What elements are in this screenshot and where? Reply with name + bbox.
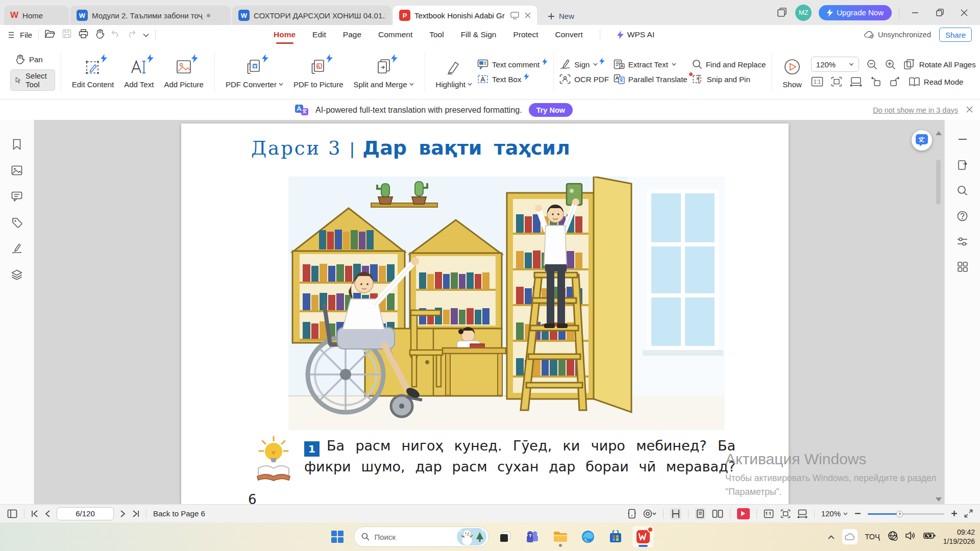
- pdf-converter-button[interactable]: PDF Converter: [220, 55, 288, 89]
- store-button[interactable]: [604, 525, 627, 548]
- menu-comment[interactable]: Comment: [378, 25, 412, 44]
- help-icon[interactable]: [957, 210, 969, 222]
- hand-off-icon[interactable]: [627, 509, 636, 519]
- tray-chevron-icon[interactable]: [828, 532, 835, 541]
- page-indicator-input[interactable]: 6/120: [57, 507, 114, 520]
- more-quick-actions-icon[interactable]: [143, 30, 149, 39]
- split-merge-button[interactable]: Split and Merge: [348, 55, 419, 89]
- tab-close-icon[interactable]: [525, 11, 531, 20]
- language-indicator[interactable]: ТОҶ: [865, 533, 880, 541]
- undo-icon[interactable]: [111, 30, 120, 40]
- apps-grid-icon[interactable]: [957, 261, 969, 273]
- signature-panel-icon[interactable]: [11, 242, 23, 255]
- pan-button[interactable]: Pan: [10, 53, 55, 66]
- new-tab-button[interactable]: New: [548, 12, 574, 20]
- battery-icon[interactable]: [923, 532, 936, 541]
- sign-button[interactable]: Sign: [559, 59, 609, 69]
- ocr-pdf-button[interactable]: OCR PDF: [559, 74, 609, 84]
- multi-window-icon[interactable]: [776, 7, 788, 19]
- extract-text-button[interactable]: Extract Text: [614, 59, 688, 69]
- onedrive-icon[interactable]: [842, 529, 857, 544]
- status-zoom-select[interactable]: 120%: [821, 509, 848, 518]
- file-explorer-button[interactable]: [549, 525, 572, 548]
- edit-content-button[interactable]: Edit Content: [67, 55, 119, 89]
- menu-edit[interactable]: Edit: [312, 25, 326, 44]
- open-icon[interactable]: [45, 30, 55, 40]
- find-replace-button[interactable]: Find and Replace: [692, 59, 766, 69]
- rotate-right-icon[interactable]: [889, 77, 901, 87]
- zoom-out-icon[interactable]: [867, 59, 877, 70]
- search-highlight-image[interactable]: [457, 528, 486, 545]
- zoom-slider-thumb[interactable]: [896, 511, 903, 517]
- select-tool-button[interactable]: Select Tool: [10, 69, 55, 91]
- layers-icon[interactable]: [11, 268, 23, 281]
- actual-size-status-icon[interactable]: [764, 509, 774, 518]
- pdf-to-picture-button[interactable]: PDF to Picture: [288, 55, 349, 89]
- parallel-translate-button[interactable]: Parallel Translate: [614, 74, 688, 84]
- tab-doc-sohtori[interactable]: W СОХТОРИ ДАРСҲОИ ХОНИШ 04.01.2: [232, 6, 391, 25]
- fullscreen-icon[interactable]: [964, 509, 973, 518]
- tab-home[interactable]: W Home: [4, 6, 69, 25]
- bookmarks-icon[interactable]: [11, 138, 23, 151]
- rotate-left-icon[interactable]: [870, 77, 881, 87]
- banner-close-icon[interactable]: [966, 106, 973, 115]
- two-page-view-icon[interactable]: [712, 509, 723, 518]
- menu-home[interactable]: Home: [274, 25, 296, 44]
- next-page-icon[interactable]: [120, 510, 126, 517]
- menu-tool[interactable]: Tool: [429, 25, 444, 44]
- settings-sliders-icon[interactable]: [957, 235, 969, 247]
- network-icon[interactable]: [888, 531, 898, 543]
- actual-size-icon[interactable]: 1:1: [811, 77, 823, 87]
- add-text-button[interactable]: Add Text: [119, 55, 159, 89]
- file-menu[interactable]: File: [8, 31, 32, 39]
- redo-icon[interactable]: [127, 30, 136, 40]
- sidebar-toggle-icon[interactable]: [7, 509, 17, 518]
- volume-icon[interactable]: [905, 531, 916, 542]
- zoom-select[interactable]: 120%: [811, 57, 859, 72]
- task-view-button[interactable]: [494, 525, 517, 548]
- search-panel-icon[interactable]: [957, 184, 969, 196]
- print-icon[interactable]: [79, 29, 88, 40]
- back-to-page-button[interactable]: Back to Page 6: [153, 509, 205, 518]
- share-button[interactable]: Share: [939, 28, 972, 42]
- collapse-panel-icon[interactable]: [957, 133, 969, 145]
- edge-button[interactable]: [577, 525, 599, 548]
- tab-textbook-active[interactable]: P Textbook Honishi Adabi Gra: [393, 6, 537, 25]
- wps-office-button[interactable]: [632, 525, 654, 548]
- tab-doc-moduli[interactable]: W Модули 2. Таълими забони тоҷ: [70, 6, 231, 25]
- start-button[interactable]: [326, 525, 349, 548]
- last-page-icon[interactable]: [132, 510, 139, 517]
- menu-convert[interactable]: Convert: [555, 25, 583, 44]
- taskbar-search[interactable]: Поиск: [354, 527, 489, 547]
- zoom-minus-button[interactable]: [854, 510, 861, 517]
- vertical-scrollbar[interactable]: [936, 160, 941, 205]
- export-page-icon[interactable]: [957, 159, 969, 171]
- comments-panel-icon[interactable]: [11, 190, 23, 203]
- tags-icon[interactable]: [11, 216, 23, 229]
- taskbar-clock[interactable]: 09:42 1/19/2026: [943, 528, 975, 546]
- close-button[interactable]: [955, 4, 973, 21]
- text-box-button[interactable]: Text Box: [477, 74, 548, 84]
- add-picture-button[interactable]: Add Picture: [159, 55, 209, 89]
- menu-protect[interactable]: Protect: [513, 25, 538, 44]
- try-now-button[interactable]: Try Now: [529, 103, 573, 117]
- minimize-button[interactable]: [906, 4, 924, 21]
- menu-page[interactable]: Page: [343, 25, 361, 44]
- play-presentation-button[interactable]: [737, 508, 750, 519]
- single-page-view-icon[interactable]: [695, 508, 705, 519]
- rotate-all-pages-button[interactable]: Rotate All Pages: [903, 59, 976, 70]
- floating-translate-button[interactable]: [912, 130, 932, 151]
- hand-tool-icon[interactable]: [95, 29, 104, 41]
- fit-width-icon[interactable]: [850, 77, 862, 87]
- text-comment-button[interactable]: Text comment: [477, 59, 548, 69]
- sync-status[interactable]: Unsynchronized: [864, 31, 931, 39]
- screen-share-icon[interactable]: [509, 9, 521, 21]
- menu-fill-sign[interactable]: Fill & Sign: [461, 25, 497, 44]
- previous-page-icon[interactable]: [45, 510, 50, 517]
- fit-page-status-icon[interactable]: [780, 509, 791, 518]
- restore-button[interactable]: [931, 4, 948, 21]
- snip-pin-button[interactable]: Snip and Pin: [692, 74, 766, 84]
- fit-width-status-icon[interactable]: [797, 509, 807, 518]
- continuous-view-icon[interactable]: [670, 508, 681, 519]
- scroll-down-icon[interactable]: [936, 494, 942, 504]
